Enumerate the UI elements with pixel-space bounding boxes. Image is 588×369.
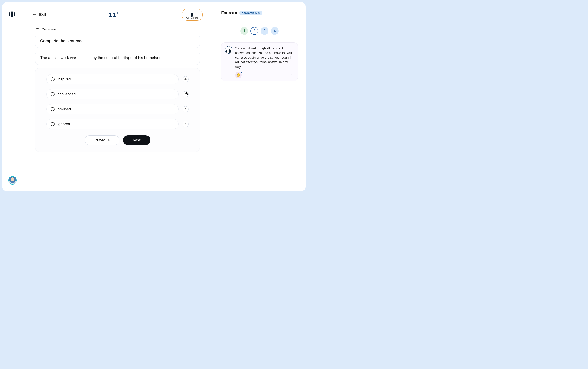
strikethrough-button[interactable]: S: [182, 76, 189, 82]
message-text: You can strikethrough all incorrect answ…: [235, 46, 294, 69]
radio-icon: [51, 92, 54, 96]
answers-card: inspired S challenged S amused: [35, 68, 200, 152]
dakota-panel: Dakota Academic AI © 1 2 3 4 You can str…: [213, 2, 306, 191]
exit-button[interactable]: Exit: [32, 12, 46, 17]
answer-label: amused: [58, 107, 71, 111]
sentence-text: The artist's work was ______ by the cult…: [40, 56, 195, 60]
strikethrough-s-icon: S: [185, 123, 187, 126]
title-suffix: +: [116, 11, 119, 15]
bars-icon: [227, 47, 231, 53]
content: 2/4 Questions Complete the sentence. The…: [22, 21, 213, 152]
radio-icon: [51, 77, 54, 81]
bubble-body: You can strikethrough all incorrect answ…: [235, 46, 294, 79]
ask-dakota-label: Ask Dakota: [186, 17, 198, 19]
answer-option-3[interactable]: ignored: [46, 119, 178, 129]
answer-option-2[interactable]: amused: [46, 104, 178, 114]
main-header: Exit 11+ Ask Dakota: [22, 2, 213, 21]
answer-option-0[interactable]: inspired: [46, 74, 178, 84]
nav-buttons: Previous Next: [46, 135, 189, 145]
answer-row: ignored S: [46, 119, 189, 129]
step-1[interactable]: 1: [240, 27, 248, 35]
react-emoji-button[interactable]: 😀: [235, 72, 242, 79]
arrow-left-icon: [32, 13, 36, 17]
question-count: 2/4 Questions: [36, 27, 200, 31]
strikethrough-s-icon: S: [185, 78, 187, 81]
step-4[interactable]: 4: [271, 27, 279, 35]
flag-button[interactable]: [289, 72, 294, 78]
user-avatar[interactable]: [8, 176, 17, 184]
left-rail: [2, 2, 22, 191]
answer-row: challenged S: [46, 89, 189, 99]
strikethrough-s-icon: S: [185, 93, 187, 96]
answer-label: inspired: [58, 77, 71, 81]
instruction-card: Complete the sentence.: [35, 34, 200, 48]
bubble-actions: 😀: [235, 72, 294, 79]
previous-button[interactable]: Previous: [85, 135, 119, 145]
radio-icon: [51, 122, 54, 126]
strikethrough-button[interactable]: S: [182, 121, 189, 127]
page-title: 11+: [109, 11, 119, 19]
answer-row: amused S: [46, 104, 189, 114]
strikethrough-button[interactable]: S: [182, 91, 189, 97]
answer-option-1[interactable]: challenged: [46, 89, 178, 99]
step-3[interactable]: 3: [261, 27, 269, 35]
next-button[interactable]: Next: [123, 135, 150, 145]
strikethrough-button[interactable]: S: [182, 106, 189, 112]
smiley-icon: 😀: [236, 73, 241, 77]
instruction-text: Complete the sentence.: [40, 39, 195, 43]
dakota-bars-icon: [190, 10, 194, 16]
dakota-avatar-icon: [225, 46, 232, 54]
answer-row: inspired S: [46, 74, 189, 84]
answer-label: challenged: [58, 92, 76, 96]
academic-ai-badge: Academic AI ©: [240, 10, 262, 15]
radio-icon: [51, 107, 54, 111]
strikethrough-s-icon: S: [185, 108, 187, 111]
answer-label: ignored: [58, 122, 70, 126]
exit-label: Exit: [39, 12, 46, 17]
dakota-message: You can strikethrough all incorrect answ…: [221, 42, 298, 81]
title-number: 11: [109, 11, 116, 18]
ask-dakota-button[interactable]: Ask Dakota: [182, 9, 202, 21]
sentence-card: The artist's work was ______ by the cult…: [35, 51, 200, 65]
main-area: Exit 11+ Ask Dakota 2/4 Questions Comple…: [22, 2, 213, 191]
step-2[interactable]: 2: [251, 27, 258, 35]
app-logo-icon: [9, 10, 15, 16]
dakota-header: Dakota Academic AI ©: [221, 10, 298, 21]
step-indicator: 1 2 3 4: [221, 21, 298, 42]
dakota-name: Dakota: [221, 10, 237, 16]
